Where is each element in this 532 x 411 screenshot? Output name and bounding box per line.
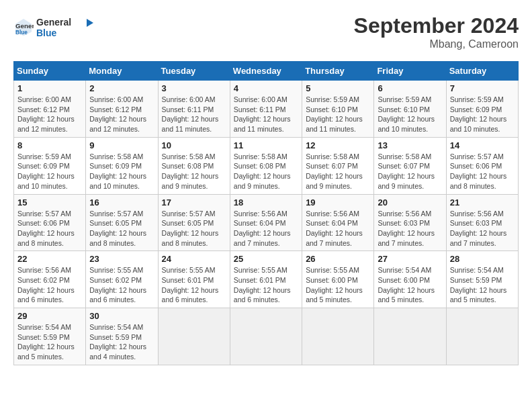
day-number: 13 xyxy=(378,140,442,150)
day-info: Sunrise: 5:55 AM Sunset: 6:02 PM Dayligh… xyxy=(89,265,154,305)
day-info: Sunrise: 5:56 AM Sunset: 6:04 PM Dayligh… xyxy=(234,209,298,248)
calendar-cell: 27Sunrise: 5:54 AM Sunset: 6:00 PM Dayli… xyxy=(374,251,446,308)
day-number: 7 xyxy=(450,83,515,93)
day-info: Sunrise: 5:59 AM Sunset: 6:10 PM Dayligh… xyxy=(306,95,370,134)
calendar-cell: 15Sunrise: 5:57 AM Sunset: 6:06 PM Dayli… xyxy=(14,194,86,251)
calendar-cell: 9Sunrise: 5:58 AM Sunset: 6:09 PM Daylig… xyxy=(86,137,158,194)
day-info: Sunrise: 5:54 AM Sunset: 5:59 PM Dayligh… xyxy=(450,265,515,305)
col-friday: Friday xyxy=(374,62,446,81)
location: Mbang, Cameroon xyxy=(354,38,519,50)
day-info: Sunrise: 5:58 AM Sunset: 6:08 PM Dayligh… xyxy=(162,152,226,191)
day-info: Sunrise: 5:59 AM Sunset: 6:09 PM Dayligh… xyxy=(17,152,82,191)
calendar-week-5: 29Sunrise: 5:54 AM Sunset: 5:59 PM Dayli… xyxy=(14,308,519,365)
day-number: 3 xyxy=(162,83,226,93)
svg-text:General: General xyxy=(36,17,71,28)
day-number: 11 xyxy=(234,140,298,150)
day-info: Sunrise: 5:56 AM Sunset: 6:03 PM Dayligh… xyxy=(378,209,442,248)
calendar-cell xyxy=(230,308,302,365)
calendar-cell: 2Sunrise: 6:00 AM Sunset: 6:12 PM Daylig… xyxy=(86,81,158,138)
day-info: Sunrise: 6:00 AM Sunset: 6:11 PM Dayligh… xyxy=(234,95,298,134)
day-info: Sunrise: 5:58 AM Sunset: 6:08 PM Dayligh… xyxy=(234,152,298,191)
calendar-cell: 19Sunrise: 5:56 AM Sunset: 6:04 PM Dayli… xyxy=(302,194,374,251)
day-info: Sunrise: 5:59 AM Sunset: 6:09 PM Dayligh… xyxy=(450,95,515,134)
svg-text:Blue: Blue xyxy=(15,30,28,36)
calendar-cell: 18Sunrise: 5:56 AM Sunset: 6:04 PM Dayli… xyxy=(230,194,302,251)
day-info: Sunrise: 5:55 AM Sunset: 6:00 PM Dayligh… xyxy=(306,265,370,305)
calendar-cell: 11Sunrise: 5:58 AM Sunset: 6:08 PM Dayli… xyxy=(230,137,302,194)
svg-marker-4 xyxy=(87,19,93,27)
day-info: Sunrise: 6:00 AM Sunset: 6:12 PM Dayligh… xyxy=(89,95,154,134)
logo: General Blue General Blue xyxy=(13,13,97,40)
col-thursday: Thursday xyxy=(302,62,374,81)
day-number: 29 xyxy=(17,311,82,321)
col-monday: Monday xyxy=(86,62,158,81)
day-info: Sunrise: 5:56 AM Sunset: 6:02 PM Dayligh… xyxy=(17,265,82,305)
header: General Blue General Blue September 2024… xyxy=(13,13,519,50)
calendar-cell: 5Sunrise: 5:59 AM Sunset: 6:10 PM Daylig… xyxy=(302,81,374,138)
day-number: 1 xyxy=(17,83,82,93)
day-number: 28 xyxy=(450,254,515,264)
calendar-week-3: 15Sunrise: 5:57 AM Sunset: 6:06 PM Dayli… xyxy=(14,194,519,251)
calendar-cell: 10Sunrise: 5:58 AM Sunset: 6:08 PM Dayli… xyxy=(158,137,230,194)
calendar-cell: 16Sunrise: 5:57 AM Sunset: 6:05 PM Dayli… xyxy=(86,194,158,251)
day-number: 17 xyxy=(162,197,226,208)
title-area: September 2024 Mbang, Cameroon xyxy=(354,13,519,50)
col-sunday: Sunday xyxy=(14,62,86,81)
calendar-cell: 30Sunrise: 5:54 AM Sunset: 5:59 PM Dayli… xyxy=(86,308,158,365)
day-number: 26 xyxy=(306,254,370,264)
calendar-cell xyxy=(302,308,374,365)
logo-icon: General Blue xyxy=(13,17,34,37)
day-number: 15 xyxy=(17,197,82,208)
day-info: Sunrise: 5:55 AM Sunset: 6:01 PM Dayligh… xyxy=(162,265,226,305)
day-number: 10 xyxy=(162,140,226,150)
calendar-cell: 7Sunrise: 5:59 AM Sunset: 6:09 PM Daylig… xyxy=(446,81,518,138)
day-info: Sunrise: 5:56 AM Sunset: 6:03 PM Dayligh… xyxy=(450,209,515,248)
day-info: Sunrise: 5:54 AM Sunset: 6:00 PM Dayligh… xyxy=(378,265,442,305)
calendar-cell: 26Sunrise: 5:55 AM Sunset: 6:00 PM Dayli… xyxy=(302,251,374,308)
day-info: Sunrise: 6:00 AM Sunset: 6:11 PM Dayligh… xyxy=(162,95,226,134)
col-tuesday: Tuesday xyxy=(158,62,230,81)
calendar-header-row: Sunday Monday Tuesday Wednesday Thursday… xyxy=(14,62,519,81)
day-number: 18 xyxy=(234,197,298,208)
day-info: Sunrise: 5:56 AM Sunset: 6:04 PM Dayligh… xyxy=(306,209,370,248)
calendar-cell xyxy=(158,308,230,365)
calendar-week-4: 22Sunrise: 5:56 AM Sunset: 6:02 PM Dayli… xyxy=(14,251,519,308)
calendar-cell: 1Sunrise: 6:00 AM Sunset: 6:12 PM Daylig… xyxy=(14,81,86,138)
day-number: 12 xyxy=(306,140,370,150)
calendar-cell xyxy=(374,308,446,365)
day-info: Sunrise: 5:54 AM Sunset: 5:59 PM Dayligh… xyxy=(17,322,82,362)
calendar-table: Sunday Monday Tuesday Wednesday Thursday… xyxy=(13,61,519,365)
day-info: Sunrise: 5:57 AM Sunset: 6:06 PM Dayligh… xyxy=(17,209,82,248)
calendar-cell: 24Sunrise: 5:55 AM Sunset: 6:01 PM Dayli… xyxy=(158,251,230,308)
day-info: Sunrise: 6:00 AM Sunset: 6:12 PM Dayligh… xyxy=(17,95,82,134)
calendar-cell: 17Sunrise: 5:57 AM Sunset: 6:05 PM Dayli… xyxy=(158,194,230,251)
day-number: 22 xyxy=(17,254,82,264)
day-info: Sunrise: 5:54 AM Sunset: 5:59 PM Dayligh… xyxy=(89,322,154,362)
day-number: 30 xyxy=(89,311,154,321)
day-number: 20 xyxy=(378,197,442,208)
day-info: Sunrise: 5:58 AM Sunset: 6:07 PM Dayligh… xyxy=(306,152,370,191)
logo-svg: General Blue xyxy=(36,13,97,40)
day-info: Sunrise: 5:55 AM Sunset: 6:01 PM Dayligh… xyxy=(234,265,298,305)
svg-text:Blue: Blue xyxy=(36,28,57,38)
calendar-cell: 20Sunrise: 5:56 AM Sunset: 6:03 PM Dayli… xyxy=(374,194,446,251)
calendar-cell: 29Sunrise: 5:54 AM Sunset: 5:59 PM Dayli… xyxy=(14,308,86,365)
calendar-cell: 25Sunrise: 5:55 AM Sunset: 6:01 PM Dayli… xyxy=(230,251,302,308)
day-number: 25 xyxy=(234,254,298,264)
calendar-cell: 12Sunrise: 5:58 AM Sunset: 6:07 PM Dayli… xyxy=(302,137,374,194)
calendar-body: 1Sunrise: 6:00 AM Sunset: 6:12 PM Daylig… xyxy=(14,81,519,365)
calendar-cell xyxy=(446,308,518,365)
day-number: 4 xyxy=(234,83,298,93)
calendar-cell: 28Sunrise: 5:54 AM Sunset: 5:59 PM Dayli… xyxy=(446,251,518,308)
day-number: 23 xyxy=(89,254,154,264)
month-title: September 2024 xyxy=(354,13,519,38)
day-info: Sunrise: 5:57 AM Sunset: 6:06 PM Dayligh… xyxy=(450,152,515,191)
day-number: 21 xyxy=(450,197,515,208)
day-info: Sunrise: 5:57 AM Sunset: 6:05 PM Dayligh… xyxy=(162,209,226,248)
day-info: Sunrise: 5:58 AM Sunset: 6:09 PM Dayligh… xyxy=(89,152,154,191)
day-info: Sunrise: 5:59 AM Sunset: 6:10 PM Dayligh… xyxy=(378,95,442,134)
day-number: 14 xyxy=(450,140,515,150)
day-number: 2 xyxy=(89,83,154,93)
day-number: 24 xyxy=(162,254,226,264)
calendar-cell: 6Sunrise: 5:59 AM Sunset: 6:10 PM Daylig… xyxy=(374,81,446,138)
